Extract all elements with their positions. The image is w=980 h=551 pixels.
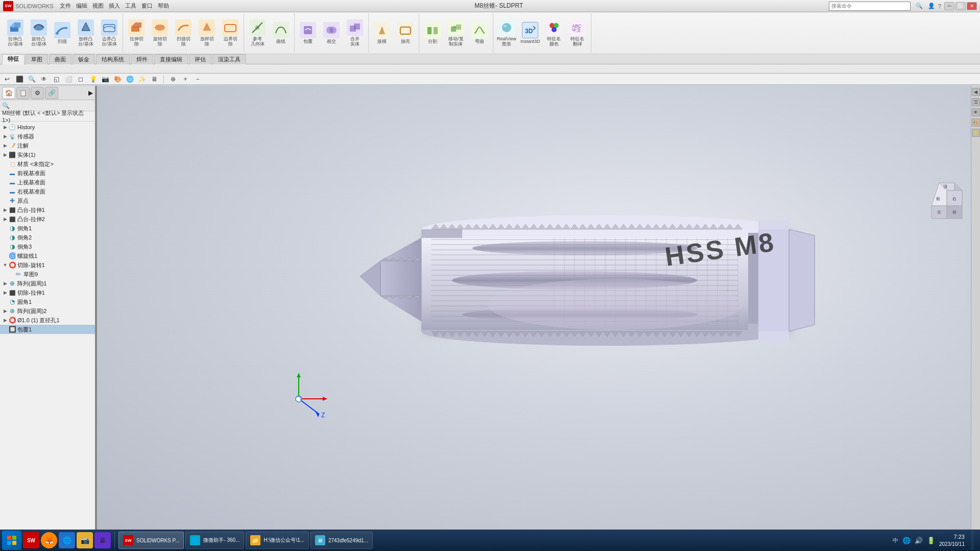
taskbar-window-solidworks[interactable]: SW SOLIDWORKS P... — [118, 532, 184, 549]
revolve-cut-button[interactable]: 旋转切除 — [149, 15, 171, 52]
tree-item-array-circ2[interactable]: ▶ ⊕ 阵列(圆周)2 — [0, 306, 95, 316]
view-hide-button[interactable]: 👁 — [39, 75, 49, 84]
tab-feature[interactable]: 特征 — [2, 54, 25, 64]
taskbar-icon-solidworks[interactable]: SW — [23, 532, 39, 548]
taskbar-icon-firefox[interactable]: 🦊 — [41, 532, 57, 548]
close-button[interactable]: ✕ — [967, 2, 977, 10]
minimize-button[interactable]: ─ — [944, 2, 954, 10]
taskbar-window-folder[interactable]: 📁 H:\微信公众号\1... — [246, 532, 308, 549]
tree-item-boss-extrude2[interactable]: ▶ ⬛ 凸台-拉伸2 — [0, 214, 95, 224]
combine-button[interactable]: 合并实体 — [344, 15, 366, 52]
curve-button[interactable]: 曲线 — [270, 15, 292, 52]
taskbar-icon-ie[interactable]: 🌐 — [59, 532, 75, 548]
system-clock[interactable]: 7:23 2023/10/11 — [939, 533, 965, 547]
tree-item-cut-revolve1[interactable]: ▼ ⭕ 切除-旋转1 — [0, 260, 95, 270]
view-display-button[interactable]: 🔍 — [27, 75, 37, 84]
tree-item-cut-extrude1[interactable]: ▶ ⬛ 切除-拉伸1 — [0, 288, 95, 297]
taskbar-icon-ps[interactable]: 📷 — [77, 532, 93, 548]
tree-item-right-plane[interactable]: ▶ ▬ 右视基准面 — [0, 187, 95, 196]
tree-item-history[interactable]: ▶ 🕐 History — [0, 123, 95, 132]
wrap-button[interactable]: 包覆 — [297, 15, 319, 52]
menu-file[interactable]: 文件 — [60, 2, 71, 10]
menu-insert[interactable]: 插入 — [109, 2, 120, 10]
boundary-boss-button[interactable]: 边界凸台/基体 — [98, 15, 121, 52]
tree-item-solid1[interactable]: ▶ ⬛ 实体(1) — [0, 150, 95, 159]
menu-tools[interactable]: 工具 — [125, 2, 136, 10]
tab-surface[interactable]: 曲面 — [49, 54, 71, 64]
restore-button[interactable]: ⬜ — [955, 2, 966, 10]
menu-window[interactable]: 窗口 — [141, 2, 153, 10]
loft-cut-button[interactable]: 放样切除 — [196, 15, 218, 52]
menu-edit[interactable]: 编辑 — [76, 2, 87, 10]
tree-item-fillet2[interactable]: ▶ ◑ 倒角2 — [0, 233, 95, 242]
draft-button[interactable]: 拔模 — [371, 15, 393, 52]
tree-item-material[interactable]: ▶ ⬚ 材质 <未指定> — [0, 159, 95, 169]
tree-item-front-plane[interactable]: ▶ ▬ 前视基准面 — [0, 169, 95, 178]
right-render-btn[interactable]: ⚡ — [972, 129, 980, 137]
tab-direct-edit[interactable]: 直接编辑 — [154, 54, 188, 64]
view-cube[interactable]: 顶 右 前 左 前 — [924, 178, 970, 224]
sweep-cut-button[interactable]: 扫描切除 — [172, 15, 195, 52]
taskbar-window-browser[interactable]: 🖥 2743dfe5249d1... — [310, 532, 373, 549]
view-monitor-button[interactable]: 🖥 — [149, 75, 159, 84]
view-section-button[interactable]: ⬛ — [14, 75, 25, 84]
tab-structure[interactable]: 结构系统 — [96, 54, 130, 64]
right-layers-btn[interactable]: ☰ — [972, 98, 980, 106]
menu-help[interactable]: 帮助 — [158, 2, 169, 10]
start-button[interactable] — [2, 531, 21, 550]
tree-item-wrap1[interactable]: ▶ 🔲 包覆1 — [0, 325, 95, 334]
boundary-cut-button[interactable]: 边界切除 — [219, 15, 242, 52]
flex-button[interactable]: 弯曲 — [468, 15, 491, 52]
viewport[interactable]: HSS M8 Z — [97, 86, 980, 530]
feature-color-button[interactable]: 特征名颜色 — [543, 15, 565, 52]
tree-item-origin[interactable]: ▶ ✚ 原点 — [0, 196, 95, 205]
panel-expand-arrow[interactable]: ▶ — [88, 89, 93, 97]
view-color-button[interactable]: 🎨 — [112, 75, 123, 84]
tab-render[interactable]: 渲染工具 — [212, 54, 246, 64]
instant3d-button[interactable]: 3D Instant3D — [519, 15, 542, 52]
view-zoom-fit[interactable]: ⊕ — [168, 75, 178, 84]
tab-weldment[interactable]: 焊件 — [131, 54, 153, 64]
view-appear-button[interactable]: ◱ — [51, 75, 61, 84]
tree-item-fillet3[interactable]: ▶ ◑ 倒角3 — [0, 242, 95, 251]
tree-item-round1[interactable]: ▶ ◔ 圆角1 — [0, 297, 95, 306]
view-align-button[interactable]: ⬜ — [63, 75, 74, 84]
view-realview-toggle[interactable]: ✨ — [137, 75, 147, 84]
tree-item-sensors[interactable]: ▶ 📡 传感器 — [0, 132, 95, 141]
tree-item-array-circ1[interactable]: ▶ ⊕ 阵列(圆周)1 — [0, 279, 95, 288]
revolve-boss-button[interactable]: 旋转凸台/基体 — [28, 15, 50, 52]
tree-item-hole1[interactable]: ▶ ⭕ Ø1.0 (1) 直径孔1 — [0, 316, 95, 325]
show-desktop-button[interactable] — [971, 531, 974, 550]
tree-item-fillet1[interactable]: ▶ ◑ 倒角1 — [0, 224, 95, 233]
panel-tab-config[interactable]: ⚙ — [31, 87, 44, 99]
view-light-button[interactable]: 💡 — [88, 75, 98, 84]
feature-translate-button[interactable]: ABC中文 特征名翻译 — [566, 15, 589, 52]
view-scene-button[interactable]: ◻ — [76, 75, 86, 84]
shell-button[interactable]: 抽壳 — [394, 15, 417, 52]
tab-evaluate[interactable]: 评估 — [189, 54, 211, 64]
right-display-btn[interactable]: 👁 — [972, 108, 980, 116]
tab-sketch[interactable]: 草图 — [26, 54, 48, 64]
loft-boss-button[interactable]: 放样凸台/基体 — [75, 15, 97, 52]
extrude-cut-button[interactable]: 拉伸切除 — [125, 15, 148, 52]
panel-splitter[interactable] — [95, 86, 97, 530]
panel-tab-feature-tree[interactable]: 🏠 — [2, 87, 15, 99]
command-search-input[interactable] — [829, 2, 911, 11]
panel-tab-display-manager[interactable]: 🔗 — [45, 87, 58, 99]
taskbar-icon-app5[interactable]: 🖥 — [94, 532, 111, 548]
tree-item-sketch9[interactable]: ▶ ✏ 草图9 — [0, 270, 95, 279]
reference-geom-button[interactable]: 参考几何体 — [246, 15, 269, 52]
move-copy-button[interactable]: 移动/复制实体 — [445, 15, 467, 52]
view-display-state-button[interactable]: 🌐 — [125, 75, 135, 84]
realview-button[interactable]: RealView图形 — [495, 15, 518, 52]
menu-view[interactable]: 视图 — [92, 2, 104, 10]
view-zoom-out[interactable]: − — [193, 75, 203, 84]
tab-sheet-metal[interactable]: 钣金 — [73, 54, 95, 64]
view-orient-button[interactable]: ↩ — [2, 75, 12, 84]
panel-tab-properties[interactable]: 📋 — [16, 87, 30, 99]
tree-item-top-plane[interactable]: ▶ ▬ 上视基准面 — [0, 178, 95, 187]
taskbar-window-360[interactable]: 🌐 微微助手- 360... — [185, 532, 244, 549]
tree-item-boss-extrude1[interactable]: ▶ ⬛ 凸台-拉伸1 — [0, 205, 95, 214]
right-color-btn[interactable]: 🎨 — [972, 118, 980, 127]
extrude-boss-button[interactable]: 拉伸凸台/基体 — [4, 15, 27, 52]
